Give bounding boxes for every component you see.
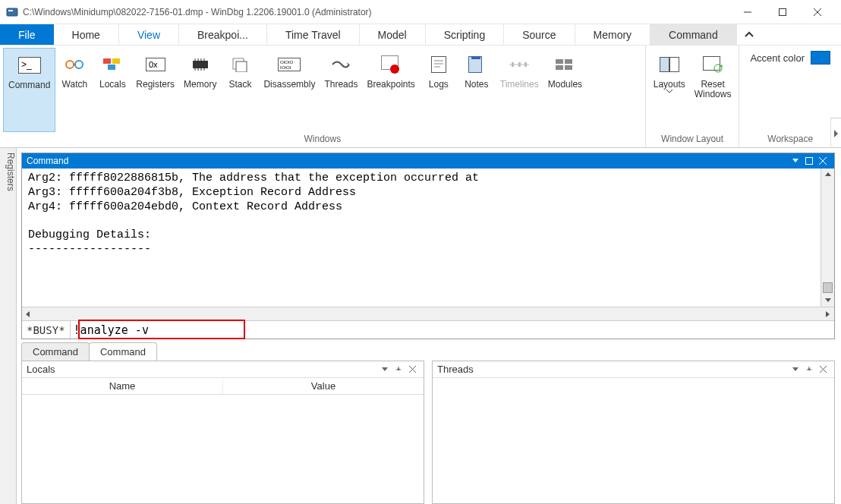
svg-rect-39: [512, 62, 514, 67]
ribbon-memory[interactable]: Memory: [179, 48, 221, 132]
svg-rect-16: [193, 61, 208, 68]
panel-dropdown-icon[interactable]: [378, 367, 392, 372]
svg-rect-50: [806, 158, 813, 165]
panel-close-icon[interactable]: [816, 155, 830, 167]
command-input[interactable]: [71, 321, 834, 339]
vertical-scrollbar[interactable]: [821, 169, 834, 307]
threads-body[interactable]: [433, 378, 834, 503]
svg-text:>_: >_: [21, 59, 32, 70]
ribbon-locals[interactable]: Locals: [93, 48, 131, 132]
pin-icon[interactable]: [802, 366, 816, 373]
svg-rect-1: [8, 10, 13, 11]
locals-body[interactable]: [22, 395, 424, 503]
minimize-button[interactable]: [730, 2, 765, 23]
window-title: C:\Windows\Minidump\082022-7156-01.dmp -…: [23, 7, 730, 17]
menu-home[interactable]: Home: [54, 24, 119, 45]
menu-memory[interactable]: Memory: [575, 24, 651, 45]
scroll-left-icon[interactable]: [22, 307, 34, 320]
svg-text:0x: 0x: [149, 60, 158, 69]
ribbon-threads[interactable]: Threads: [320, 48, 362, 132]
menu-view[interactable]: View: [119, 24, 179, 45]
menu-scripting[interactable]: Scripting: [426, 24, 504, 45]
maximize-button[interactable]: [765, 2, 800, 23]
ribbon-group-layout: Window Layout: [649, 132, 736, 147]
svg-rect-44: [556, 65, 563, 70]
locals-title: Locals: [27, 364, 55, 375]
svg-rect-42: [556, 59, 563, 64]
command-output[interactable]: Arg2: fffff8022886815b, The address that…: [22, 169, 821, 307]
svg-rect-13: [108, 65, 115, 70]
panel-close-icon[interactable]: [405, 366, 419, 373]
svg-rect-47: [669, 58, 679, 72]
tab-command-1[interactable]: Command: [21, 342, 90, 361]
menu-command[interactable]: Command: [650, 24, 737, 45]
ribbon-layouts[interactable]: Layouts: [649, 48, 690, 132]
ribbon-disassembly[interactable]: OIOIOIOIOI Disassembly: [259, 48, 320, 132]
svg-rect-12: [112, 58, 120, 64]
svg-rect-46: [660, 58, 669, 72]
svg-rect-32: [431, 57, 446, 73]
ribbon-modules[interactable]: Modules: [543, 48, 587, 132]
svg-text:OIOIO: OIOIO: [280, 60, 294, 65]
ribbon-reset-windows[interactable]: Reset Windows: [690, 48, 736, 132]
scroll-down-icon[interactable]: [821, 295, 834, 307]
svg-point-31: [390, 65, 399, 74]
menu-breakpoints[interactable]: Breakpoi...: [179, 24, 267, 45]
panel-dropdown-icon[interactable]: [789, 155, 802, 167]
panel-close-icon[interactable]: [816, 366, 830, 373]
locals-col-value[interactable]: Value: [223, 378, 424, 394]
ribbon-group-windows: Windows: [3, 132, 642, 147]
menu-source[interactable]: Source: [504, 24, 575, 45]
scroll-right-icon[interactable]: [822, 307, 834, 320]
ribbon-stack[interactable]: Stack: [221, 48, 259, 132]
panel-dropdown-icon[interactable]: [789, 367, 802, 372]
accent-color-picker[interactable]: [811, 51, 830, 65]
command-titlebar[interactable]: Command: [22, 153, 834, 169]
titlebar: C:\Windows\Minidump\082022-7156-01.dmp -…: [0, 0, 841, 24]
side-tab-registers[interactable]: Registers: [0, 148, 17, 504]
close-button[interactable]: [800, 2, 835, 23]
threads-icon: [329, 52, 353, 77]
ribbon-notes[interactable]: Notes: [458, 48, 496, 132]
dropdown-icon: [666, 90, 672, 93]
menu-timetravel[interactable]: Time Travel: [267, 24, 360, 45]
ribbon-command[interactable]: >_ Command: [3, 48, 55, 132]
ribbon-collapse-button[interactable]: [737, 24, 761, 45]
svg-rect-40: [518, 62, 521, 67]
menu-model[interactable]: Model: [360, 24, 426, 45]
ribbon-expand-handle[interactable]: [830, 118, 841, 148]
app-icon: [6, 6, 18, 18]
svg-rect-0: [7, 8, 17, 16]
binary-icon: OIOIOIOIOI: [277, 52, 301, 77]
ribbon-watch[interactable]: Watch: [55, 48, 93, 132]
stack-icon: [228, 52, 252, 77]
work-area: Registers Command Arg2: fffff8022886815b…: [0, 148, 841, 504]
svg-point-9: [75, 61, 83, 68]
hex-icon: 0x: [143, 52, 168, 77]
ribbon: >_ Command Watch Locals 0x Registers Mem…: [0, 46, 841, 148]
glasses-icon: [62, 52, 87, 77]
panel-maximize-icon[interactable]: [802, 155, 816, 167]
ribbon-logs[interactable]: Logs: [420, 48, 458, 132]
command-status: *BUSY*: [22, 321, 71, 339]
scrollbar-thumb[interactable]: [823, 282, 833, 293]
layouts-icon: [657, 52, 682, 77]
threads-panel: Threads: [432, 361, 835, 504]
tab-command-2[interactable]: Command: [89, 342, 157, 361]
chip-icon: [188, 52, 213, 77]
locals-col-name[interactable]: Name: [22, 378, 223, 394]
ribbon-group-workspace: Workspace: [742, 132, 838, 147]
ribbon-registers[interactable]: 0x Registers: [131, 48, 179, 132]
svg-rect-41: [524, 62, 527, 67]
scroll-up-icon[interactable]: [821, 169, 834, 181]
pin-icon[interactable]: [392, 366, 405, 373]
svg-rect-48: [704, 57, 720, 71]
notes-icon: [465, 52, 489, 77]
timeline-icon: [507, 52, 531, 77]
menubar: File Home View Breakpoi... Time Travel M…: [0, 24, 841, 46]
svg-rect-11: [103, 58, 111, 64]
menu-file[interactable]: File: [0, 24, 54, 45]
ribbon-breakpoints[interactable]: Breakpoints: [362, 48, 419, 132]
horizontal-scrollbar[interactable]: [22, 307, 834, 320]
ribbon-timelines: Timelines: [496, 48, 543, 132]
